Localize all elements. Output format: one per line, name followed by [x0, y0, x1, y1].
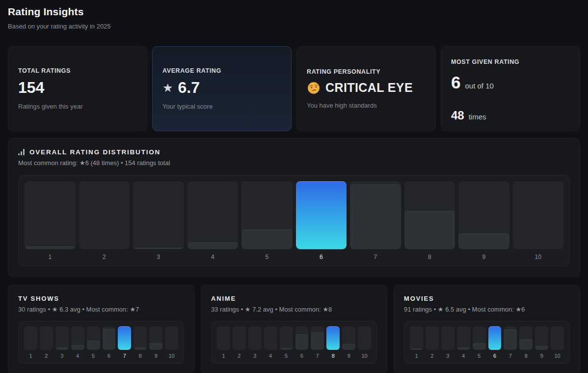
rating-bar-anime-8[interactable]: 8	[326, 326, 340, 359]
bar-fill-highlight	[118, 326, 131, 350]
movies-card: MOVIES 91 ratings • ★ 6.5 avg • Most com…	[394, 285, 580, 373]
bar-axis-label: 6	[295, 353, 309, 359]
rating-bar-anime-10[interactable]: 10	[358, 326, 371, 359]
bar-track	[473, 326, 486, 350]
rating-bar-movies-9[interactable]: 9	[535, 326, 548, 359]
bar-axis-label: 7	[350, 254, 401, 260]
bar-axis-label: 5	[87, 353, 100, 359]
bar-track	[264, 326, 277, 350]
rating-bar-tv_shows-3[interactable]: 3	[55, 326, 69, 359]
rating-bar-overall-7[interactable]: 7	[350, 181, 401, 260]
overall-distribution-panel: OVERALL RATING DISTRIBUTION Most common …	[8, 138, 580, 277]
bar-axis-label: 10	[358, 353, 371, 359]
bar-fill-highlight	[488, 326, 502, 350]
rating-bar-overall-9[interactable]: 9	[458, 181, 509, 260]
bar-track	[87, 326, 100, 350]
rating-bar-tv_shows-6[interactable]: 6	[103, 326, 116, 359]
bar-track	[504, 326, 517, 350]
bar-axis-label: 1	[24, 353, 37, 359]
bar-track	[79, 181, 130, 249]
rating-bar-anime-2[interactable]: 2	[233, 326, 246, 359]
rating-bar-anime-6[interactable]: 6	[295, 326, 309, 359]
bar-track	[342, 326, 355, 350]
average-rating-caption: Your typical score	[162, 103, 281, 110]
rating-bar-movies-6[interactable]: 6	[488, 326, 502, 359]
bar-fill	[55, 347, 69, 350]
rating-bar-anime-5[interactable]: 5	[280, 326, 293, 359]
rating-bar-overall-10[interactable]: 10	[513, 181, 564, 260]
rating-bar-tv_shows-8[interactable]: 8	[134, 326, 147, 359]
bar-fill-highlight	[296, 181, 347, 249]
bar-track	[519, 326, 533, 350]
rating-bar-anime-3[interactable]: 3	[248, 326, 262, 359]
rating-bar-overall-8[interactable]: 8	[404, 181, 455, 260]
rating-bar-movies-2[interactable]: 2	[426, 326, 439, 359]
rating-bar-movies-5[interactable]: 5	[473, 326, 486, 359]
total-ratings-label: TOTAL RATINGS	[18, 67, 137, 74]
rating-bar-tv_shows-1[interactable]: 1	[24, 326, 37, 359]
bar-track	[404, 181, 455, 249]
rating-bar-tv_shows-4[interactable]: 4	[71, 326, 84, 359]
rating-bar-overall-3[interactable]: 3	[133, 181, 184, 260]
total-ratings-value: 154	[18, 80, 137, 96]
bar-axis-label: 9	[342, 353, 355, 359]
bar-axis-label: 1	[410, 353, 423, 359]
bar-track	[248, 326, 262, 350]
bar-track	[551, 326, 564, 350]
bar-track	[233, 326, 246, 350]
rating-bar-tv_shows-9[interactable]: 9	[149, 326, 162, 359]
bar-axis-label: 10	[165, 353, 178, 359]
rating-bar-tv_shows-7[interactable]: 7	[118, 326, 131, 359]
most-given-rating-count-row: 48 times	[451, 110, 570, 121]
bar-track	[326, 326, 340, 350]
bar-axis-label: 7	[311, 353, 324, 359]
anime-title: ANIME	[211, 295, 377, 302]
bar-axis-label: 2	[40, 353, 53, 359]
rating-bar-anime-1[interactable]: 1	[217, 326, 230, 359]
bar-fill	[295, 334, 309, 350]
bar-fill	[187, 242, 239, 249]
rating-bar-tv_shows-10[interactable]: 10	[165, 326, 178, 359]
movies-chart-box: 12345678910	[404, 321, 570, 364]
rating-personality-card: RATING PERSONALITY CRITICAL EYE You have…	[296, 46, 436, 131]
bar-fill	[280, 348, 293, 350]
rating-bar-movies-4[interactable]: 4	[457, 326, 470, 359]
bar-track	[118, 326, 131, 350]
bar-axis-label: 9	[149, 353, 162, 359]
rating-personality-label: RATING PERSONALITY	[307, 68, 426, 75]
bar-fill	[103, 329, 116, 350]
overall-distribution-header: OVERALL RATING DISTRIBUTION	[18, 148, 570, 156]
bar-track	[280, 326, 293, 350]
bar-track	[488, 326, 502, 350]
rating-bar-tv_shows-5[interactable]: 5	[87, 326, 100, 359]
bar-axis-label: 4	[71, 353, 84, 359]
tv-shows-chart-box: 12345678910	[18, 321, 184, 364]
rating-bar-overall-4[interactable]: 4	[187, 181, 239, 260]
bar-track	[40, 326, 53, 350]
rating-bar-anime-7[interactable]: 7	[311, 326, 324, 359]
bar-axis-label: 3	[133, 254, 184, 260]
bar-track	[134, 326, 147, 350]
bar-track	[441, 326, 454, 350]
star-icon: ★	[162, 82, 173, 94]
rating-bar-anime-4[interactable]: 4	[264, 326, 277, 359]
rating-bar-tv_shows-2[interactable]: 2	[40, 326, 53, 359]
rating-bar-movies-3[interactable]: 3	[441, 326, 454, 359]
bar-fill	[404, 211, 455, 249]
rating-bar-overall-2[interactable]: 2	[79, 181, 130, 260]
bar-track	[513, 181, 564, 249]
rating-bar-overall-5[interactable]: 5	[241, 181, 293, 260]
rating-bar-overall-6[interactable]: 6	[296, 181, 347, 260]
bar-track	[458, 181, 509, 249]
most-given-rating-value-row: 6 out of 10	[451, 74, 570, 91]
rating-bar-movies-8[interactable]: 8	[519, 326, 533, 359]
rating-bar-movies-1[interactable]: 1	[410, 326, 423, 359]
bar-axis-label: 1	[25, 254, 76, 260]
bar-fill	[350, 184, 401, 249]
bar-axis-label: 9	[535, 353, 548, 359]
rating-bar-overall-1[interactable]: 1	[25, 181, 76, 260]
rating-bar-movies-10[interactable]: 10	[551, 326, 564, 359]
rating-bar-movies-7[interactable]: 7	[504, 326, 517, 359]
bar-track	[25, 181, 76, 249]
rating-bar-anime-9[interactable]: 9	[342, 326, 355, 359]
